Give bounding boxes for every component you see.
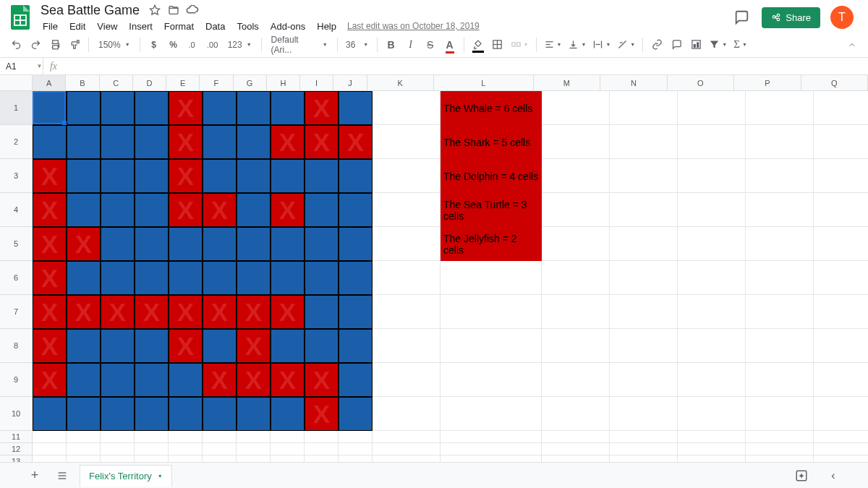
increase-decimal-button[interactable]: .00 bbox=[204, 35, 221, 54]
board-cell-G2[interactable] bbox=[237, 125, 271, 159]
board-cell-I7[interactable] bbox=[305, 295, 339, 329]
cell-B11[interactable] bbox=[67, 431, 101, 443]
cell-I13[interactable] bbox=[305, 455, 339, 462]
board-cell-A5[interactable]: X bbox=[33, 227, 67, 261]
board-cell-H5[interactable] bbox=[271, 227, 305, 261]
board-cell-A1[interactable] bbox=[33, 91, 67, 125]
board-cell-C6[interactable] bbox=[101, 261, 135, 295]
cell-P2[interactable] bbox=[746, 125, 814, 159]
board-cell-B3[interactable] bbox=[67, 159, 101, 193]
last-edit-link[interactable]: Last edit was on October 18, 2019 bbox=[347, 21, 480, 31]
spreadsheet-grid[interactable]: ABCDEFGHIJKLMNOPQ 1234567891011121314 XX… bbox=[0, 75, 868, 462]
board-cell-J7[interactable] bbox=[339, 295, 373, 329]
cell-L9[interactable] bbox=[441, 363, 542, 397]
board-cell-D2[interactable] bbox=[135, 125, 169, 159]
cell-O3[interactable] bbox=[678, 159, 746, 193]
menu-data[interactable]: Data bbox=[200, 20, 230, 33]
board-cell-A8[interactable]: X bbox=[33, 329, 67, 363]
board-cell-J1[interactable] bbox=[339, 91, 373, 125]
legend-row-3[interactable]: The Dolphin = 4 cells bbox=[441, 159, 542, 193]
col-header-D[interactable]: D bbox=[133, 75, 166, 91]
row-header-13[interactable]: 13 bbox=[0, 455, 33, 462]
cell-P13[interactable] bbox=[746, 455, 814, 462]
col-header-B[interactable]: B bbox=[66, 75, 99, 91]
select-all-corner[interactable] bbox=[0, 75, 33, 91]
more-formats-button[interactable]: 123▼ bbox=[224, 35, 256, 54]
cell-Q8[interactable] bbox=[814, 329, 868, 363]
cell-K2[interactable] bbox=[373, 125, 441, 159]
legend-row-1[interactable]: The Whale = 6 cells bbox=[441, 91, 542, 125]
cell-M6[interactable] bbox=[542, 261, 610, 295]
cell-K8[interactable] bbox=[373, 329, 441, 363]
cell-P4[interactable] bbox=[746, 193, 814, 227]
cell-D13[interactable] bbox=[135, 455, 169, 462]
board-cell-G5[interactable] bbox=[237, 227, 271, 261]
cell-M11[interactable] bbox=[542, 431, 610, 443]
rotate-button[interactable]: ▼ bbox=[615, 35, 637, 54]
board-cell-G8[interactable]: X bbox=[237, 329, 271, 363]
col-header-H[interactable]: H bbox=[267, 75, 300, 91]
menu-format[interactable]: Format bbox=[159, 20, 199, 33]
row-header-7[interactable]: 7 bbox=[0, 295, 33, 329]
merge-button[interactable]: ▼ bbox=[509, 35, 531, 54]
board-cell-F9[interactable]: X bbox=[203, 363, 237, 397]
board-cell-C5[interactable] bbox=[101, 227, 135, 261]
board-cell-D9[interactable] bbox=[135, 363, 169, 397]
row-header-3[interactable]: 3 bbox=[0, 159, 33, 193]
cell-L8[interactable] bbox=[441, 329, 542, 363]
cell-N8[interactable] bbox=[610, 329, 678, 363]
cell-M8[interactable] bbox=[542, 329, 610, 363]
cell-O6[interactable] bbox=[678, 261, 746, 295]
board-cell-H6[interactable] bbox=[271, 261, 305, 295]
cell-B12[interactable] bbox=[67, 443, 101, 455]
menu-addons[interactable]: Add-ons bbox=[265, 20, 310, 33]
paint-format-button[interactable] bbox=[66, 35, 83, 54]
menu-edit[interactable]: Edit bbox=[64, 20, 90, 33]
cell-H11[interactable] bbox=[271, 431, 305, 443]
name-box-dropdown[interactable]: ▼ bbox=[36, 58, 43, 75]
board-cell-J9[interactable] bbox=[339, 363, 373, 397]
board-cell-H9[interactable]: X bbox=[271, 363, 305, 397]
board-cell-G3[interactable] bbox=[237, 159, 271, 193]
cell-M3[interactable] bbox=[542, 159, 610, 193]
board-cell-J2[interactable]: X bbox=[339, 125, 373, 159]
share-button[interactable]: Share bbox=[762, 7, 820, 28]
cell-N4[interactable] bbox=[610, 193, 678, 227]
board-cell-A4[interactable]: X bbox=[33, 193, 67, 227]
board-cell-C4[interactable] bbox=[101, 193, 135, 227]
board-cell-C9[interactable] bbox=[101, 363, 135, 397]
cell-I12[interactable] bbox=[305, 443, 339, 455]
cell-Q12[interactable] bbox=[814, 443, 868, 455]
cell-C13[interactable] bbox=[101, 455, 135, 462]
board-cell-A10[interactable] bbox=[33, 397, 67, 431]
cell-J11[interactable] bbox=[339, 431, 373, 443]
board-cell-J6[interactable] bbox=[339, 261, 373, 295]
col-header-C[interactable]: C bbox=[100, 75, 133, 91]
board-cell-D5[interactable] bbox=[135, 227, 169, 261]
cell-D11[interactable] bbox=[135, 431, 169, 443]
cell-K6[interactable] bbox=[373, 261, 441, 295]
board-cell-J8[interactable] bbox=[339, 329, 373, 363]
board-cell-I4[interactable] bbox=[305, 193, 339, 227]
cell-M10[interactable] bbox=[542, 397, 610, 431]
board-cell-D1[interactable] bbox=[135, 91, 169, 125]
cell-P12[interactable] bbox=[746, 443, 814, 455]
cell-N1[interactable] bbox=[610, 91, 678, 125]
wrap-button[interactable]: ▼ bbox=[590, 35, 613, 54]
board-cell-C10[interactable] bbox=[101, 397, 135, 431]
cell-L13[interactable] bbox=[441, 455, 542, 462]
col-header-E[interactable]: E bbox=[166, 75, 200, 91]
board-cell-H8[interactable] bbox=[271, 329, 305, 363]
row-header-1[interactable]: 1 bbox=[0, 91, 33, 125]
cell-O9[interactable] bbox=[678, 363, 746, 397]
cell-K5[interactable] bbox=[373, 227, 441, 261]
cell-N10[interactable] bbox=[610, 397, 678, 431]
board-cell-I8[interactable] bbox=[305, 329, 339, 363]
functions-button[interactable]: Σ▼ bbox=[731, 35, 749, 54]
board-cell-B10[interactable] bbox=[67, 397, 101, 431]
cell-Q5[interactable] bbox=[814, 227, 868, 261]
board-cell-C2[interactable] bbox=[101, 125, 135, 159]
menu-tools[interactable]: Tools bbox=[231, 20, 263, 33]
name-box[interactable]: A1 bbox=[0, 61, 36, 72]
cell-K3[interactable] bbox=[373, 159, 441, 193]
